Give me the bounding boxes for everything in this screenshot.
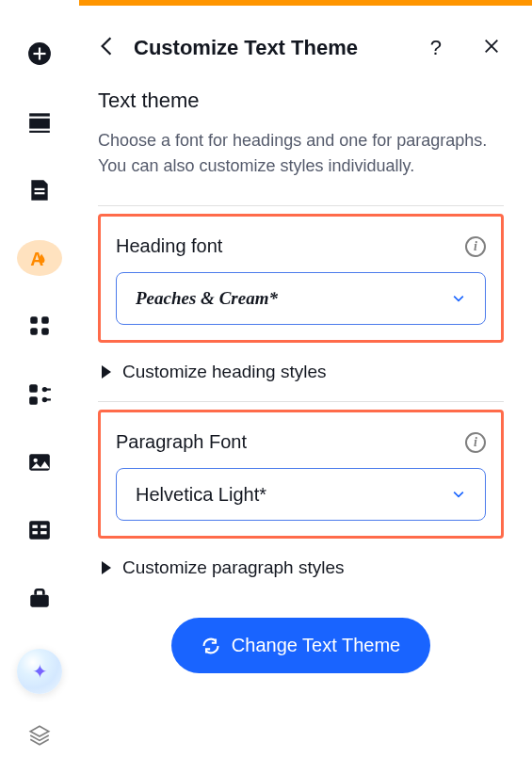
paragraph-font-dropdown[interactable]: Helvetica Light* — [116, 468, 486, 521]
customize-paragraph-label: Customize paragraph styles — [122, 557, 345, 578]
svg-point-15 — [42, 387, 47, 392]
cta-label: Change Text Theme — [232, 635, 400, 656]
paragraph-font-value: Helvetica Light* — [136, 484, 266, 506]
content: Text theme Choose a font for headings an… — [79, 83, 532, 692]
svg-rect-21 — [29, 522, 50, 540]
heading-font-dropdown[interactable]: Peaches & Cream* — [116, 272, 486, 325]
sidebar-page-icon[interactable] — [17, 172, 62, 208]
help-button[interactable]: ? — [427, 32, 445, 64]
svg-rect-6 — [35, 188, 45, 190]
layers-icon[interactable] — [17, 722, 62, 749]
chevron-down-icon — [451, 487, 466, 502]
heading-font-label: Heading font — [116, 235, 222, 257]
triangle-right-icon — [102, 561, 111, 574]
refresh-icon — [202, 637, 220, 655]
change-text-theme-button[interactable]: Change Text Theme — [171, 618, 430, 673]
divider — [98, 401, 504, 402]
svg-rect-24 — [32, 532, 37, 535]
chevron-down-icon — [451, 291, 466, 306]
paragraph-font-label: Paragraph Font — [116, 431, 247, 453]
svg-rect-2 — [34, 53, 46, 55]
svg-rect-22 — [32, 525, 37, 528]
sidebar-section-icon[interactable] — [17, 104, 62, 139]
svg-rect-9 — [30, 317, 38, 325]
main-panel: Customize Text Theme ? Text theme Choose… — [79, 0, 532, 758]
heading-font-value: Peaches & Cream* — [136, 288, 278, 309]
section-description: Choose a font for headings and one for p… — [98, 128, 504, 179]
info-icon[interactable]: i — [465, 432, 486, 453]
svg-rect-12 — [41, 329, 49, 336]
sidebar-integrations-icon[interactable] — [17, 377, 62, 412]
svg-rect-7 — [35, 192, 45, 194]
svg-point-16 — [42, 397, 47, 402]
sidebar: A ✦ — [0, 0, 79, 758]
svg-point-20 — [34, 459, 38, 462]
divider — [98, 205, 504, 206]
sidebar-media-icon[interactable] — [17, 444, 62, 480]
svg-rect-5 — [29, 131, 50, 133]
info-icon[interactable]: i — [465, 236, 486, 257]
sidebar-table-icon[interactable] — [17, 512, 62, 548]
heading-font-section: Heading font i Peaches & Cream* — [98, 214, 504, 343]
sidebar-add-icon[interactable] — [17, 36, 62, 72]
paragraph-font-section: Paragraph Font i Helvetica Light* — [98, 410, 504, 539]
svg-rect-23 — [40, 525, 47, 528]
svg-rect-10 — [41, 317, 49, 325]
svg-rect-3 — [29, 114, 50, 117]
svg-rect-26 — [30, 594, 49, 606]
panel-title: Customize Text Theme — [134, 36, 410, 60]
svg-rect-17 — [47, 388, 51, 390]
back-button[interactable] — [96, 32, 117, 64]
ai-assistant-button[interactable]: ✦ — [17, 649, 62, 694]
section-title: Text theme — [98, 89, 504, 113]
panel-header: Customize Text Theme ? — [79, 6, 532, 83]
sidebar-business-icon[interactable] — [17, 581, 62, 617]
svg-rect-18 — [47, 398, 51, 400]
svg-rect-4 — [29, 119, 50, 129]
close-button[interactable] — [479, 34, 504, 62]
svg-rect-11 — [30, 329, 38, 336]
sidebar-apps-icon[interactable] — [17, 308, 62, 344]
customize-heading-toggle[interactable]: Customize heading styles — [98, 343, 504, 401]
svg-rect-25 — [40, 532, 47, 535]
customize-heading-label: Customize heading styles — [122, 362, 327, 382]
svg-rect-14 — [29, 396, 38, 405]
customize-paragraph-toggle[interactable]: Customize paragraph styles — [98, 539, 504, 597]
triangle-right-icon — [102, 365, 111, 379]
svg-rect-13 — [29, 384, 38, 393]
sidebar-theme-icon[interactable]: A — [17, 240, 62, 276]
